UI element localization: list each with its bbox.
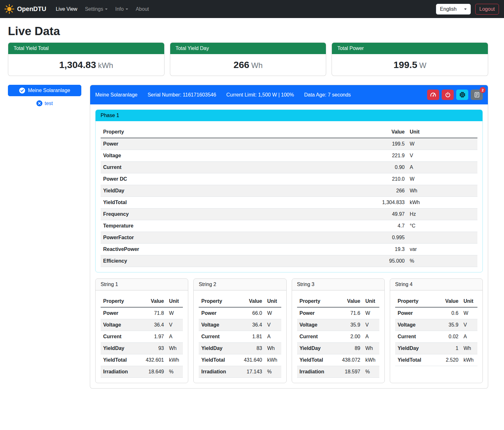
row-value: 1.97 — [140, 331, 166, 343]
table-row: Irradiation18.649% — [101, 366, 183, 378]
table-row: Irradiation17.143% — [199, 366, 281, 378]
nav-links: Live View Settings Info About — [52, 4, 436, 15]
row-property: YieldTotal — [297, 354, 336, 366]
summary-card-yield-total: Total Yield Total 1,304.83kWh — [8, 42, 165, 76]
table-row: Power0.6W — [395, 307, 477, 319]
summary-card-value: 1,304.83 — [59, 59, 96, 70]
row-property: YieldTotal — [101, 197, 360, 209]
nav-item-about[interactable]: About — [132, 4, 153, 15]
row-value: 71.6 — [336, 307, 363, 319]
row-unit: V — [363, 319, 379, 331]
limit-settings-button[interactable] — [427, 90, 439, 100]
row-property: YieldDay — [297, 343, 336, 354]
row-unit: W — [363, 307, 379, 319]
table-row: Temperature4.7°C — [101, 220, 477, 232]
language-value: English — [440, 6, 457, 12]
summary-card-unit: Wh — [251, 61, 263, 70]
row-value: 17.143 — [238, 366, 265, 378]
row-value: 18.649 — [140, 366, 166, 378]
row-value: 1 — [434, 343, 461, 354]
nav-item-settings[interactable]: Settings — [81, 4, 111, 15]
row-unit: kWh — [265, 354, 281, 366]
nav-item-live-view[interactable]: Live View — [52, 4, 81, 15]
sidebar-item-meine-solaranlage[interactable]: Meine Solaranlage — [8, 85, 81, 96]
table-row: Power71.8W — [101, 307, 183, 319]
table-header-row: Property Value Unit — [395, 296, 477, 307]
table-row: Efficiency95.000% — [101, 255, 477, 267]
column-header-value: Value — [140, 296, 166, 307]
column-header-property: Property — [297, 296, 336, 307]
row-unit: Wh — [265, 343, 281, 354]
inverter-panel: Meine Solaranlage Serial Number: 1161716… — [90, 85, 488, 389]
table-header-row: Property Value Unit — [199, 296, 281, 307]
string-card-1: String 1 Property Value Unit — [95, 278, 188, 383]
row-property: Power — [101, 138, 360, 150]
strings-row: String 1 Property Value Unit — [95, 278, 483, 383]
brand-link[interactable]: OpenDTU — [4, 4, 46, 14]
string-card-4: String 4 Property Value Unit — [390, 278, 483, 383]
row-value: 431.640 — [238, 354, 265, 366]
phase-table: Property Value Unit Power199.5WVoltage22… — [101, 126, 477, 267]
sidebar-item-label: Meine Solaranlage — [28, 88, 70, 93]
row-unit: °C — [407, 220, 477, 232]
event-log-button[interactable]: 2 — [471, 90, 483, 100]
row-property: Current — [101, 331, 140, 343]
brand-name: OpenDTU — [17, 5, 46, 13]
column-header-unit: Unit — [363, 296, 379, 307]
table-row: Voltage35.9V — [297, 319, 379, 331]
row-property: YieldTotal — [101, 354, 140, 366]
row-unit: W — [407, 138, 477, 150]
power-control-button[interactable] — [442, 90, 454, 100]
table-row: Current1.81A — [199, 331, 281, 343]
logout-button[interactable]: Logout — [475, 4, 499, 15]
row-property: Power DC — [101, 173, 360, 185]
row-unit: A — [407, 162, 477, 173]
row-unit: % — [265, 366, 281, 378]
row-value: 0.02 — [434, 331, 461, 343]
row-value: 221.9 — [360, 150, 407, 162]
nav-item-info[interactable]: Info — [111, 4, 132, 15]
string-table: Property Value Unit Power71.6WVoltage35.… — [297, 296, 379, 378]
nav-item-label: Info — [115, 6, 124, 12]
chevron-down-icon — [126, 9, 128, 10]
row-unit: W — [461, 307, 477, 319]
row-unit: A — [461, 331, 477, 343]
row-value: 19.3 — [360, 244, 407, 255]
column-header-unit: Unit — [407, 126, 477, 138]
table-row: Voltage221.9V — [101, 150, 477, 162]
row-unit: Wh — [407, 185, 477, 197]
row-value: 1,304.833 — [360, 197, 407, 209]
row-value: 438.072 — [336, 354, 363, 366]
column-header-unit: Unit — [265, 296, 281, 307]
row-property: Voltage — [395, 319, 434, 331]
column-header-property: Property — [395, 296, 434, 307]
summary-card-value: 199.5 — [394, 59, 417, 70]
language-select[interactable]: English — [436, 4, 471, 15]
row-unit: V — [461, 319, 477, 331]
table-row: YieldDay89Wh — [297, 343, 379, 354]
sun-logo-icon — [4, 4, 15, 14]
table-row: Power71.6W — [297, 307, 379, 319]
table-header-row: Property Value Unit — [101, 126, 477, 138]
row-value: 89 — [336, 343, 363, 354]
panel-actions: 2 — [427, 90, 483, 100]
sidebar-item-test[interactable]: test — [8, 100, 81, 106]
row-value: 49.97 — [360, 209, 407, 220]
event-count-badge: 2 — [480, 87, 486, 93]
row-value: 18.597 — [336, 366, 363, 378]
row-property: Voltage — [199, 319, 238, 331]
summary-card-title: Total Yield Day — [170, 43, 326, 54]
table-header-row: Property Value Unit — [297, 296, 379, 307]
table-row: Irradiation18.597% — [297, 366, 379, 378]
column-header-value: Value — [434, 296, 461, 307]
row-property: Frequency — [101, 209, 360, 220]
column-header-property: Property — [199, 296, 238, 307]
row-value: 210.0 — [360, 173, 407, 185]
row-property: Temperature — [101, 220, 360, 232]
row-property: Power — [199, 307, 238, 319]
chevron-down-icon — [464, 9, 467, 10]
table-row: YieldDay1Wh — [395, 343, 477, 354]
device-info-button[interactable] — [456, 90, 468, 100]
table-row: Current0.90A — [101, 162, 477, 173]
row-property: Power — [101, 307, 140, 319]
